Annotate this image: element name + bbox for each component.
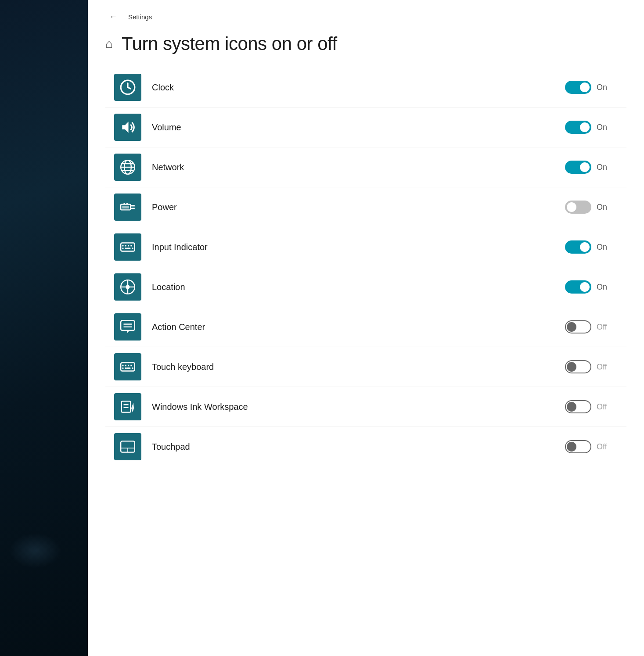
setting-name-action-center: Action Center <box>152 322 554 332</box>
icon-box-touchpad <box>114 433 141 460</box>
setting-item-location: Location On <box>105 267 626 307</box>
back-arrow-icon: ← <box>109 12 117 22</box>
icon-box-volume <box>114 114 141 141</box>
toggle-knob-volume <box>580 122 590 132</box>
toggle-area-touchpad: Off <box>565 440 618 453</box>
svg-rect-41 <box>126 368 131 369</box>
svg-rect-37 <box>128 365 129 366</box>
toggle-area-windows-ink: Off <box>565 400 618 413</box>
svg-point-25 <box>126 285 130 289</box>
toggle-knob-touchpad <box>567 442 576 452</box>
svg-marker-3 <box>122 122 128 133</box>
icon-box-power <box>114 194 141 221</box>
svg-rect-30 <box>121 321 135 330</box>
toggle-status-volume: On <box>597 123 612 132</box>
toggle-status-network: On <box>597 163 612 172</box>
toggle-knob-action-center <box>567 322 576 332</box>
toggle-knob-input-indicator <box>580 242 590 252</box>
toggle-area-clock: On <box>565 81 618 94</box>
toggle-location[interactable] <box>565 280 591 294</box>
toggle-area-network: On <box>565 161 618 174</box>
toggle-area-power: On <box>565 201 618 214</box>
svg-rect-19 <box>130 245 132 246</box>
svg-rect-17 <box>125 245 126 246</box>
svg-rect-20 <box>122 248 123 249</box>
setting-name-clock: Clock <box>152 82 554 93</box>
toggle-knob-touch-keyboard <box>567 362 576 372</box>
icon-box-location <box>114 273 141 301</box>
toggle-power[interactable] <box>565 201 591 214</box>
setting-item-input-indicator: Input Indicator On <box>105 227 626 267</box>
setting-name-touchpad: Touchpad <box>152 442 554 452</box>
toggle-knob-power <box>567 202 576 212</box>
settings-label: Settings <box>128 13 152 21</box>
toggle-area-touch-keyboard: Off <box>565 360 618 373</box>
toggle-status-input-indicator: On <box>597 243 612 252</box>
toggle-knob-network <box>580 162 590 172</box>
setting-name-input-indicator: Input Indicator <box>152 242 554 252</box>
icon-box-clock <box>114 74 141 101</box>
setting-item-touch-keyboard: Touch keyboard Off <box>105 347 626 387</box>
toggle-area-input-indicator: On <box>565 240 618 254</box>
home-icon: ⌂ <box>105 37 113 51</box>
toggle-status-touchpad: Off <box>597 442 612 452</box>
setting-item-touchpad: Touchpad Off <box>105 427 626 466</box>
svg-rect-22 <box>126 248 131 249</box>
header-bar: ← Settings <box>88 0 644 29</box>
svg-rect-34 <box>121 363 135 371</box>
toggle-status-power: On <box>597 203 612 212</box>
setting-name-power: Power <box>152 202 554 212</box>
svg-marker-33 <box>126 330 129 333</box>
items-list: Clock On Volume On <box>88 68 644 466</box>
toggle-status-action-center: Off <box>597 323 612 332</box>
back-button[interactable]: ← <box>105 9 121 25</box>
svg-rect-21 <box>125 248 126 249</box>
toggle-area-volume: On <box>565 121 618 134</box>
toggle-area-location: On <box>565 280 618 294</box>
setting-item-action-center: Action Center Off <box>105 307 626 347</box>
setting-item-volume: Volume On <box>105 108 626 147</box>
svg-rect-15 <box>121 243 135 251</box>
icon-box-action-center <box>114 313 141 341</box>
icon-box-touch-keyboard <box>114 353 141 380</box>
svg-rect-43 <box>122 401 131 412</box>
setting-name-location: Location <box>152 282 554 292</box>
svg-rect-40 <box>125 368 126 369</box>
svg-rect-39 <box>122 368 123 369</box>
svg-rect-38 <box>130 365 132 366</box>
toggle-knob-location <box>580 282 590 292</box>
icon-box-input-indicator <box>114 233 141 261</box>
toggle-windows-ink[interactable] <box>565 400 591 413</box>
svg-rect-42 <box>132 368 133 369</box>
sidebar <box>0 0 88 656</box>
svg-rect-18 <box>128 245 129 246</box>
svg-rect-36 <box>125 365 126 366</box>
toggle-knob-windows-ink <box>567 402 576 412</box>
toggle-network[interactable] <box>565 161 591 174</box>
page-title: Turn system icons on or off <box>122 33 337 54</box>
setting-item-windows-ink: Windows Ink Workspace Off <box>105 387 626 427</box>
setting-item-clock: Clock On <box>105 68 626 108</box>
setting-name-windows-ink: Windows Ink Workspace <box>152 402 554 412</box>
setting-item-power: Power On <box>105 187 626 227</box>
toggle-input-indicator[interactable] <box>565 240 591 254</box>
toggle-volume[interactable] <box>565 121 591 134</box>
main-content: ← Settings ⌂ Turn system icons on or off… <box>88 0 644 656</box>
toggle-knob-clock <box>580 82 590 92</box>
toggle-status-windows-ink: Off <box>597 402 612 412</box>
toggle-status-location: On <box>597 283 612 292</box>
setting-name-network: Network <box>152 162 554 172</box>
toggle-status-touch-keyboard: Off <box>597 362 612 372</box>
toggle-status-clock: On <box>597 83 612 92</box>
setting-item-network: Network On <box>105 147 626 187</box>
page-title-row: ⌂ Turn system icons on or off <box>88 29 644 68</box>
icon-box-network <box>114 154 141 181</box>
toggle-touchpad[interactable] <box>565 440 591 453</box>
setting-name-touch-keyboard: Touch keyboard <box>152 362 554 372</box>
icon-box-windows-ink <box>114 393 141 420</box>
svg-rect-35 <box>122 365 123 366</box>
toggle-action-center[interactable] <box>565 320 591 333</box>
toggle-area-action-center: Off <box>565 320 618 333</box>
toggle-touch-keyboard[interactable] <box>565 360 591 373</box>
toggle-clock[interactable] <box>565 81 591 94</box>
